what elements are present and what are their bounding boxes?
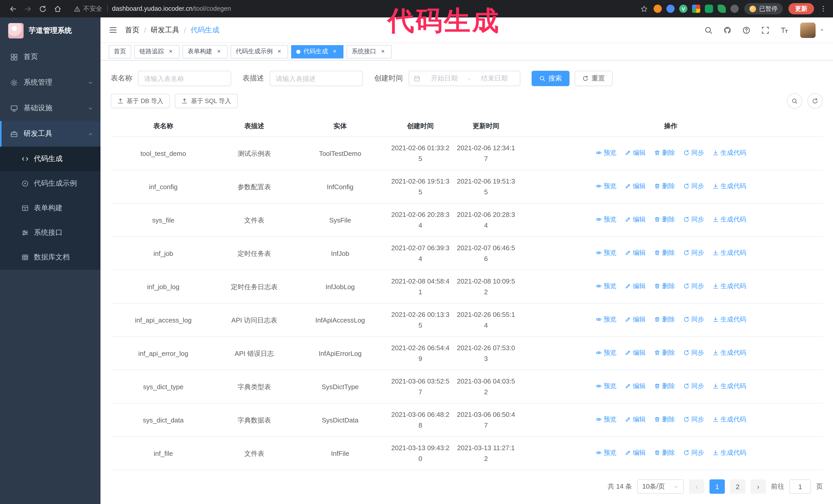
- sidebar-toggle-icon[interactable]: [109, 26, 117, 34]
- goto-page-input[interactable]: [789, 479, 811, 494]
- action-preview-link[interactable]: 预览: [595, 148, 616, 159]
- action-preview-link[interactable]: 预览: [595, 281, 616, 292]
- browser-reload-button[interactable]: [36, 2, 50, 16]
- create-time-range-picker[interactable]: 开始日期 - 结束日期: [408, 71, 520, 86]
- extension-icon-puzzle[interactable]: [731, 5, 739, 13]
- action-generate-link[interactable]: 生成代码: [712, 148, 746, 159]
- help-icon[interactable]: [742, 26, 751, 34]
- action-edit-link[interactable]: 编辑: [625, 248, 646, 258]
- browser-home-button[interactable]: [51, 2, 65, 16]
- table-name-input[interactable]: [138, 71, 231, 86]
- action-edit-link[interactable]: 编辑: [625, 414, 646, 425]
- action-preview-link[interactable]: 预览: [595, 347, 616, 358]
- sidebar-subitem-db-doc[interactable]: 数据库文档: [0, 245, 100, 270]
- action-generate-link[interactable]: 生成代码: [712, 448, 746, 458]
- search-button[interactable]: 搜索: [531, 71, 570, 86]
- action-edit-link[interactable]: 编辑: [625, 281, 646, 292]
- fullscreen-icon[interactable]: [761, 26, 769, 34]
- action-edit-link[interactable]: 编辑: [625, 448, 646, 458]
- action-edit-link[interactable]: 编辑: [625, 148, 646, 159]
- extension-icon-blue[interactable]: [666, 5, 674, 13]
- close-icon[interactable]: ×: [379, 48, 386, 55]
- next-page-button[interactable]: ›: [751, 479, 766, 494]
- import-sql-button[interactable]: 基于 SQL 导入: [175, 94, 238, 108]
- action-sync-link[interactable]: 同步: [683, 314, 704, 325]
- action-generate-link[interactable]: 生成代码: [712, 214, 746, 225]
- browser-forward-button[interactable]: [21, 2, 35, 16]
- action-generate-link[interactable]: 生成代码: [712, 381, 746, 392]
- profile-paused-badge[interactable]: 已暂停: [744, 3, 783, 14]
- action-delete-link[interactable]: 删除: [654, 181, 675, 192]
- action-sync-link[interactable]: 同步: [683, 381, 704, 392]
- action-delete-link[interactable]: 删除: [654, 448, 675, 458]
- action-sync-link[interactable]: 同步: [683, 181, 704, 192]
- action-sync-link[interactable]: 同步: [683, 214, 704, 225]
- action-generate-link[interactable]: 生成代码: [712, 181, 746, 192]
- action-sync-link[interactable]: 同步: [683, 148, 704, 159]
- close-icon[interactable]: ×: [331, 48, 338, 55]
- security-warning[interactable]: 不安全: [74, 4, 102, 13]
- action-preview-link[interactable]: 预览: [595, 248, 616, 258]
- bookmark-star-icon[interactable]: [640, 5, 648, 13]
- action-sync-link[interactable]: 同步: [683, 414, 704, 425]
- page-button-2[interactable]: 2: [730, 479, 745, 494]
- close-icon[interactable]: ×: [167, 48, 174, 55]
- tab-tracer[interactable]: 链路追踪×: [134, 45, 180, 58]
- action-sync-link[interactable]: 同步: [683, 448, 704, 458]
- action-generate-link[interactable]: 生成代码: [712, 347, 746, 358]
- sidebar-subitem-form-builder[interactable]: 表单构建: [0, 196, 100, 220]
- page-button-1[interactable]: 1: [710, 479, 725, 494]
- action-generate-link[interactable]: 生成代码: [712, 248, 746, 258]
- action-preview-link[interactable]: 预览: [595, 214, 616, 225]
- github-icon[interactable]: [723, 26, 732, 34]
- action-delete-link[interactable]: 删除: [654, 148, 675, 159]
- action-generate-link[interactable]: 生成代码: [712, 414, 746, 425]
- close-icon[interactable]: ×: [215, 48, 222, 55]
- action-delete-link[interactable]: 删除: [654, 248, 675, 258]
- extension-icon-orange[interactable]: [653, 5, 662, 13]
- action-sync-link[interactable]: 同步: [683, 281, 704, 292]
- toggle-search-button[interactable]: [787, 93, 802, 109]
- close-icon[interactable]: ×: [276, 48, 283, 55]
- action-edit-link[interactable]: 编辑: [625, 181, 646, 192]
- action-preview-link[interactable]: 预览: [595, 314, 616, 325]
- action-delete-link[interactable]: 删除: [654, 347, 675, 358]
- browser-menu-icon[interactable]: [820, 5, 827, 12]
- action-edit-link[interactable]: 编辑: [625, 347, 646, 358]
- breadcrumb-devtools[interactable]: 研发工具: [151, 25, 180, 34]
- sidebar-subitem-codegen[interactable]: 代码生成: [0, 147, 100, 171]
- extension-icon-color-grid[interactable]: [692, 5, 700, 13]
- extension-icon-green[interactable]: [705, 5, 713, 13]
- action-edit-link[interactable]: 编辑: [625, 381, 646, 392]
- action-edit-link[interactable]: 编辑: [625, 214, 646, 225]
- refresh-table-button[interactable]: [807, 93, 823, 109]
- action-preview-link[interactable]: 预览: [595, 181, 616, 192]
- font-size-icon[interactable]: [780, 26, 788, 34]
- tab-form-builder[interactable]: 表单构建×: [183, 45, 228, 58]
- action-delete-link[interactable]: 删除: [654, 381, 675, 392]
- action-delete-link[interactable]: 删除: [654, 214, 675, 225]
- user-menu[interactable]: [800, 22, 825, 38]
- action-delete-link[interactable]: 删除: [654, 281, 675, 292]
- sidebar-item-system[interactable]: 系统管理: [0, 70, 100, 95]
- header-search-icon[interactable]: [704, 26, 713, 34]
- page-size-select[interactable]: 10条/页: [637, 479, 684, 494]
- extension-icon-vue-devtools[interactable]: V: [679, 5, 687, 13]
- action-generate-link[interactable]: 生成代码: [712, 314, 746, 325]
- action-edit-link[interactable]: 编辑: [625, 314, 646, 325]
- action-generate-link[interactable]: 生成代码: [712, 281, 746, 292]
- action-delete-link[interactable]: 删除: [654, 314, 675, 325]
- tab-codegen-example[interactable]: 代码生成示例×: [231, 45, 288, 58]
- tab-codegen[interactable]: 代码生成×: [291, 45, 343, 58]
- tab-api-doc[interactable]: 系统接口×: [347, 45, 391, 58]
- extension-icon-leaf[interactable]: [718, 5, 726, 13]
- action-sync-link[interactable]: 同步: [683, 248, 704, 258]
- action-preview-link[interactable]: 预览: [595, 448, 616, 458]
- browser-back-button[interactable]: [6, 2, 20, 16]
- logo[interactable]: 芋道管理系统: [0, 18, 100, 44]
- import-db-button[interactable]: 基于 DB 导入: [111, 94, 170, 108]
- chrome-update-button[interactable]: 更新: [788, 3, 814, 14]
- tab-home[interactable]: 首页: [109, 45, 131, 58]
- action-preview-link[interactable]: 预览: [595, 381, 616, 392]
- reset-button[interactable]: 重置: [575, 71, 613, 86]
